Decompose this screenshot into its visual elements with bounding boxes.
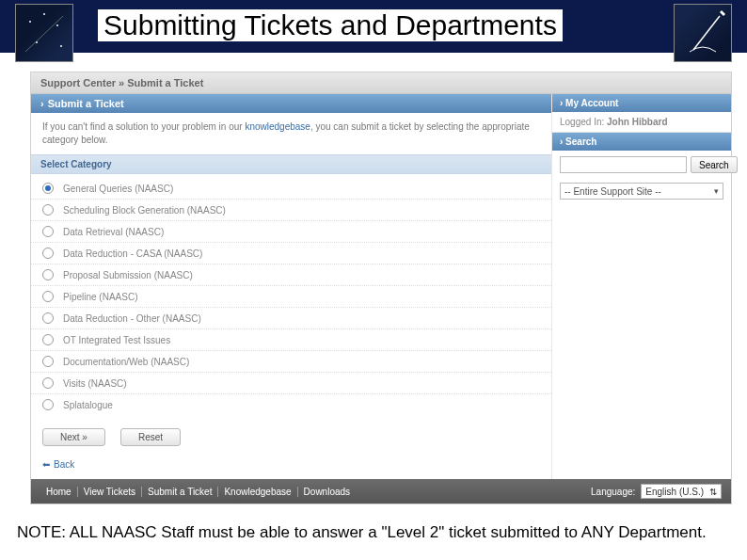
- reset-button[interactable]: Reset: [120, 428, 181, 446]
- footer-bar: HomeView TicketsSubmit a TicketKnowledge…: [31, 479, 731, 504]
- category-label: Data Reduction - CASA (NAASC): [63, 248, 202, 259]
- slide-note: NOTE: ALL NAASC Staff must be able to an…: [17, 522, 713, 543]
- category-radio-row[interactable]: Proposal Submission (NAASC): [31, 264, 551, 286]
- category-label: Data Retrieval (NAASC): [63, 227, 164, 237]
- main-panel-title: Submit a Ticket: [48, 98, 124, 109]
- my-account-header[interactable]: › My Account: [552, 94, 731, 112]
- page-title: Submitting Tickets and Departments: [98, 9, 563, 41]
- svg-marker-6: [720, 10, 725, 16]
- category-label: Data Reduction - Other (NAASC): [63, 313, 201, 324]
- footer-link[interactable]: Home: [40, 487, 78, 497]
- category-label: Splatalogue: [63, 400, 113, 410]
- language-label: Language:: [591, 487, 635, 497]
- footer-links: HomeView TicketsSubmit a TicketKnowledge…: [40, 487, 356, 497]
- radio-icon[interactable]: [42, 356, 54, 367]
- language-select[interactable]: English (U.S.) ⇅: [641, 484, 722, 499]
- logged-in-row: Logged In: John Hibbard: [552, 112, 731, 133]
- radio-icon[interactable]: [42, 226, 54, 237]
- logged-in-label: Logged In:: [560, 117, 607, 127]
- radio-icon[interactable]: [42, 399, 54, 410]
- category-label: General Queries (NAASC): [63, 184, 173, 194]
- svg-point-2: [56, 24, 58, 26]
- svg-point-4: [60, 45, 62, 47]
- category-radio-row[interactable]: Visits (NAASC): [31, 373, 551, 394]
- category-radio-row[interactable]: Scheduling Block Generation (NAASC): [31, 200, 551, 221]
- breadcrumb: Support Center » Submit a Ticket: [31, 72, 731, 94]
- search-header[interactable]: › Search: [552, 133, 731, 151]
- button-row: Next » Reset: [31, 419, 551, 456]
- knowledgebase-link[interactable]: knowledgebase: [245, 121, 310, 132]
- footer-link[interactable]: Downloads: [298, 487, 356, 497]
- category-radio-row[interactable]: Pipeline (NAASC): [31, 286, 551, 308]
- category-radio-row[interactable]: OT Integrated Test Issues: [31, 329, 551, 351]
- radio-icon[interactable]: [42, 248, 54, 259]
- svg-point-1: [43, 13, 45, 15]
- app-window: Support Center » Submit a Ticket ›Submit…: [30, 72, 732, 504]
- category-label: Documentation/Web (NAASC): [63, 357, 189, 367]
- category-label: Scheduling Block Generation (NAASC): [63, 205, 226, 216]
- category-radio-row[interactable]: Data Reduction - Other (NAASC): [31, 308, 551, 329]
- category-radio-row[interactable]: Data Retrieval (NAASC): [31, 221, 551, 243]
- footer-link[interactable]: Submit a Ticket: [142, 487, 218, 497]
- logo-right: [674, 4, 732, 62]
- scope-selected: -- Entire Support Site --: [564, 186, 661, 197]
- footer-link[interactable]: Knowledgebase: [218, 487, 297, 497]
- svg-line-7: [693, 16, 720, 50]
- main-column: ›Submit a Ticket If you can't find a sol…: [31, 94, 552, 479]
- content-row: ›Submit a Ticket If you can't find a sol…: [31, 94, 731, 479]
- language-box: Language: English (U.S.) ⇅: [591, 484, 722, 499]
- language-selected: English (U.S.): [645, 487, 704, 497]
- category-list: General Queries (NAASC)Scheduling Block …: [31, 174, 551, 419]
- chevron-down-icon: ▾: [714, 186, 719, 196]
- scope-select[interactable]: -- Entire Support Site -- ▾: [560, 183, 723, 200]
- radio-icon[interactable]: [42, 334, 54, 345]
- select-category-label: Select Category: [31, 154, 551, 174]
- search-row: Search: [552, 151, 731, 179]
- category-label: Visits (NAASC): [63, 378, 127, 389]
- user-name: John Hibbard: [607, 117, 667, 127]
- search-button[interactable]: Search: [691, 156, 738, 173]
- category-label: Proposal Submission (NAASC): [63, 270, 193, 280]
- category-label: OT Integrated Test Issues: [63, 335, 170, 345]
- back-label: Back: [54, 459, 74, 470]
- radio-icon[interactable]: [42, 183, 54, 194]
- category-radio-row[interactable]: Data Reduction - CASA (NAASC): [31, 243, 551, 264]
- intro-pre: If you can't find a solution to your pro…: [42, 121, 245, 132]
- category-radio-row[interactable]: Splatalogue: [31, 394, 551, 415]
- radio-icon[interactable]: [42, 312, 54, 324]
- logo-left: [15, 4, 73, 62]
- category-label: Pipeline (NAASC): [63, 292, 137, 302]
- svg-line-5: [25, 16, 63, 52]
- back-arrow-icon: ⬅: [42, 459, 50, 470]
- intro-text: If you can't find a solution to your pro…: [31, 113, 551, 154]
- next-button[interactable]: Next »: [42, 428, 105, 446]
- footer-link[interactable]: View Tickets: [78, 487, 142, 497]
- category-radio-row[interactable]: Documentation/Web (NAASC): [31, 351, 551, 373]
- radio-icon[interactable]: [42, 291, 54, 302]
- radio-icon[interactable]: [42, 377, 54, 389]
- main-panel-header: ›Submit a Ticket: [31, 94, 551, 113]
- chevron-right-icon: ›: [40, 98, 44, 109]
- sidebar: › My Account Logged In: John Hibbard › S…: [552, 94, 731, 479]
- svg-point-0: [29, 21, 31, 23]
- search-input[interactable]: [560, 156, 687, 173]
- radio-icon[interactable]: [42, 204, 54, 216]
- category-radio-row[interactable]: General Queries (NAASC): [31, 178, 551, 200]
- radio-icon[interactable]: [42, 269, 54, 280]
- chevron-up-down-icon: ⇅: [709, 487, 717, 497]
- back-link[interactable]: ⬅ Back: [31, 456, 551, 479]
